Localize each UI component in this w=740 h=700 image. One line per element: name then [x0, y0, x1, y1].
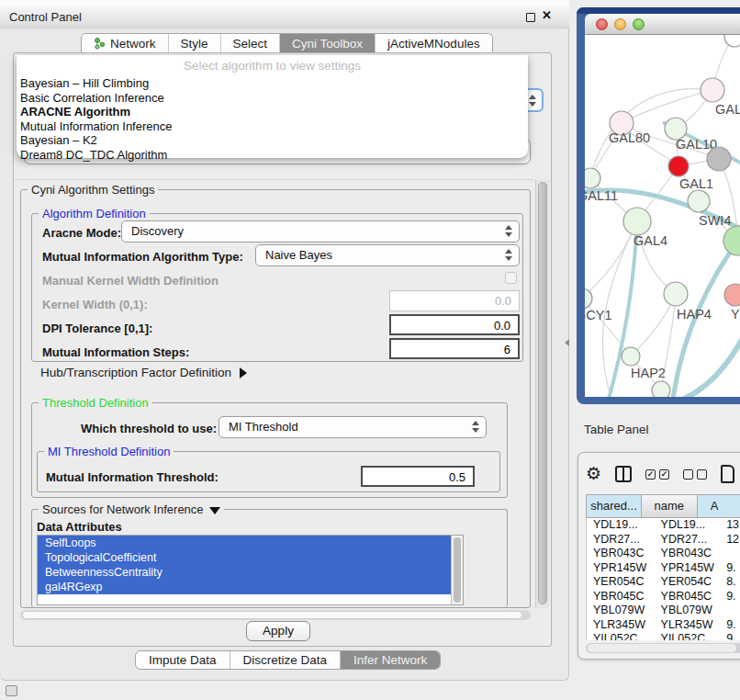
network-node[interactable] [724, 35, 740, 47]
control-panel-titlebar[interactable]: Control Panel ✕ [0, 6, 569, 28]
splitter-collapse-icon[interactable] [565, 339, 569, 346]
select-all-checkboxes-icon[interactable]: ✓✓ [645, 469, 669, 480]
network-window-titlebar[interactable] [585, 14, 740, 35]
mi-algorithm-type-value: Naive Bayes [265, 248, 332, 262]
document-icon[interactable] [721, 465, 734, 483]
scrollpane-top-edge [15, 179, 533, 180]
table-cell: YBR043C [655, 547, 723, 561]
table-cell: YDR27... [587, 533, 655, 548]
attribute-list-item[interactable]: BetweennessCentrality [38, 565, 451, 580]
mi-threshold-field[interactable]: 0.5 [361, 466, 475, 487]
attributes-scrollbar-thumb[interactable] [454, 537, 461, 603]
network-node[interactable] [707, 147, 731, 171]
aracne-mode-combobox[interactable]: Discovery [121, 220, 520, 243]
algorithm-option[interactable]: Bayesian – K2 [20, 133, 524, 148]
network-node[interactable] [723, 226, 740, 255]
table-cell: YBR043C [587, 547, 655, 561]
algorithm-option[interactable]: Basic Correlation Inference [20, 91, 524, 106]
network-node-gal11[interactable] [585, 168, 600, 188]
column-header-3[interactable]: A [697, 494, 740, 518]
close-traffic-light[interactable] [596, 18, 608, 30]
hub-transcription-factor-expander[interactable]: Hub/Transcription Factor Definition [40, 366, 247, 379]
algorithm-option[interactable]: ARACNE Algorithm [20, 105, 524, 119]
dpi-tolerance-field[interactable]: 0.0 [389, 314, 520, 335]
table-header-row: shared...nameA [586, 494, 740, 518]
which-threshold-combobox[interactable]: MI Threshold [219, 416, 487, 438]
attribute-list-item[interactable]: TopologicalCoefficient [38, 550, 451, 565]
table-row[interactable]: YER054CYER054C8. [587, 575, 740, 590]
algorithm-dropdown-placeholder: Select algorithm to view settings [17, 59, 528, 73]
column-header-1[interactable]: shared... [586, 494, 641, 518]
tab-discretize-data[interactable]: Discretize Data [230, 651, 342, 669]
sources-group-title[interactable]: Sources for Network Inference [39, 502, 224, 516]
panel-corner-icon[interactable] [6, 685, 17, 696]
aracne-mode-label: Aracne Mode: [42, 226, 121, 240]
manual-kernel-width-checkbox[interactable] [505, 272, 517, 284]
tab-infer-network[interactable]: Infer Network [341, 651, 440, 669]
network-node-swi4[interactable] [688, 190, 710, 212]
which-threshold-label: Which threshold to use: [81, 422, 217, 435]
bottom-tab-bar: Impute DataDiscretize DataInfer Network [135, 650, 441, 670]
float-window-icon[interactable] [526, 13, 535, 22]
network-edge[interactable] [684, 338, 740, 397]
table-row[interactable]: YBR043CYBR043C [587, 547, 740, 561]
table-cell: YLR345W [655, 618, 723, 633]
network-node-hap2[interactable] [622, 347, 640, 366]
network-node[interactable] [652, 381, 670, 397]
table-cell: 8. [723, 575, 740, 590]
attributes-scrollbar[interactable] [451, 536, 463, 604]
network-node-hap4[interactable] [664, 282, 688, 306]
kernel-width-field[interactable]: 0.0 [389, 290, 520, 311]
columns-icon[interactable] [615, 466, 632, 482]
table-cell [723, 604, 740, 618]
attribute-list-item[interactable]: gal4RGexp [38, 580, 451, 594]
algorithm-option[interactable]: Mutual Information Inference [20, 119, 524, 134]
table-row[interactable]: YIL052CYIL052C9 [587, 632, 740, 640]
settings-vertical-scrollbar-thumb[interactable] [538, 182, 547, 604]
network-canvas[interactable]: GALGAL80GAL10GAL1GAL11SWI4GAL4GCY1HAP4YH… [585, 35, 740, 397]
settings-horizontal-scrollbar[interactable] [20, 610, 531, 620]
table-horizontal-scrollbar-thumb[interactable] [588, 644, 736, 652]
apply-button[interactable]: Apply [246, 621, 310, 641]
zoom-traffic-light[interactable] [633, 18, 645, 30]
tab-label: Cyni Toolbox [292, 37, 363, 51]
table-row[interactable]: YBL079WYBL079W [587, 604, 740, 618]
table-horizontal-scrollbar[interactable] [586, 643, 740, 653]
network-node-gal4[interactable] [623, 208, 651, 235]
tab-select[interactable]: Select [221, 34, 281, 53]
network-node-y[interactable] [724, 284, 740, 306]
network-node-gcy1[interactable] [585, 288, 592, 309]
algorithm-option[interactable]: Bayesian – Hill Climbing [20, 76, 524, 91]
network-icon [94, 38, 106, 50]
network-node-gal1[interactable] [668, 156, 689, 176]
table-panel-window: ⚙ ✓✓ shared...nameA YDL19...YDL19...13YD… [577, 452, 740, 660]
algorithm-option[interactable]: Dream8 DC_TDC Algorithm [20, 148, 524, 163]
tab-jactivemnodules[interactable]: jActiveMNodules [376, 34, 492, 53]
settings-horizontal-scrollbar-thumb[interactable] [22, 611, 522, 619]
minimize-traffic-light[interactable] [614, 18, 626, 30]
table-row[interactable]: YPR145WYPR145W9. [587, 561, 740, 576]
table-row[interactable]: YLR345WYLR345W9. [587, 618, 740, 633]
tab-network[interactable]: Network [82, 34, 169, 53]
deselect-all-checkboxes-icon[interactable] [683, 469, 707, 480]
cyni-settings-group-title: Cyni Algorithm Settings [28, 183, 158, 197]
table-row[interactable]: YBR045CYBR045C9. [587, 590, 740, 604]
attribute-list-item[interactable]: SelfLoops [38, 536, 451, 550]
gear-icon[interactable]: ⚙ [586, 465, 601, 483]
control-panel-title: Control Panel [9, 10, 82, 24]
node-label: SWI4 [699, 213, 731, 228]
settings-vertical-scrollbar[interactable] [535, 180, 549, 608]
tab-style[interactable]: Style [169, 34, 221, 53]
close-icon[interactable]: ✕ [542, 8, 552, 22]
column-header-2[interactable]: name [641, 494, 697, 518]
network-view-window[interactable]: GALGAL80GAL10GAL1GAL11SWI4GAL4GCY1HAP4YH… [577, 7, 740, 404]
tab-impute-data[interactable]: Impute Data [136, 651, 230, 669]
data-attributes-list[interactable]: SelfLoopsTopologicalCoefficientBetweenne… [37, 535, 464, 605]
table-row[interactable]: YDR27...YDR27...12 [587, 533, 740, 548]
mi-algorithm-type-combobox[interactable]: Naive Bayes [255, 244, 520, 266]
network-node-gal[interactable] [701, 78, 724, 102]
algorithm-dropdown-popup: Select algorithm to view settings Bayesi… [17, 55, 528, 158]
table-row[interactable]: YDL19...YDL19...13 [587, 518, 740, 533]
mi-steps-field[interactable]: 6 [389, 338, 520, 359]
tab-cyni-toolbox[interactable]: Cyni Toolbox [280, 34, 376, 53]
